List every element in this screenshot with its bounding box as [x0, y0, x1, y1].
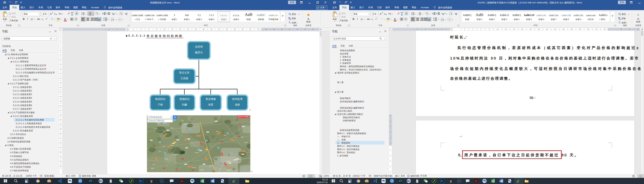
svg-text:i: i — [426, 14, 426, 15]
svg-text:A: A — [113, 13, 114, 15]
svg-text:3: 3 — [88, 14, 89, 15]
svg-text:?: ? — [408, 176, 410, 177]
svg-text:Ps: Ps — [140, 180, 142, 182]
svg-text:VS: VS — [408, 180, 410, 182]
svg-text:VS: VS — [100, 180, 102, 182]
svg-text:X: X — [491, 180, 493, 183]
svg-text:W: W — [500, 180, 502, 183]
svg-text:?: ? — [80, 176, 81, 177]
svg-text:3: 3 — [418, 14, 418, 15]
svg-text:i: i — [96, 14, 96, 15]
svg-text:X: X — [201, 180, 202, 183]
svg-text:Ps: Ps — [441, 180, 444, 182]
svg-text:A: A — [442, 13, 444, 15]
svg-text:xin: xin — [458, 180, 460, 182]
svg-text:W: W — [211, 180, 213, 183]
svg-text:xin: xin — [160, 180, 163, 182]
